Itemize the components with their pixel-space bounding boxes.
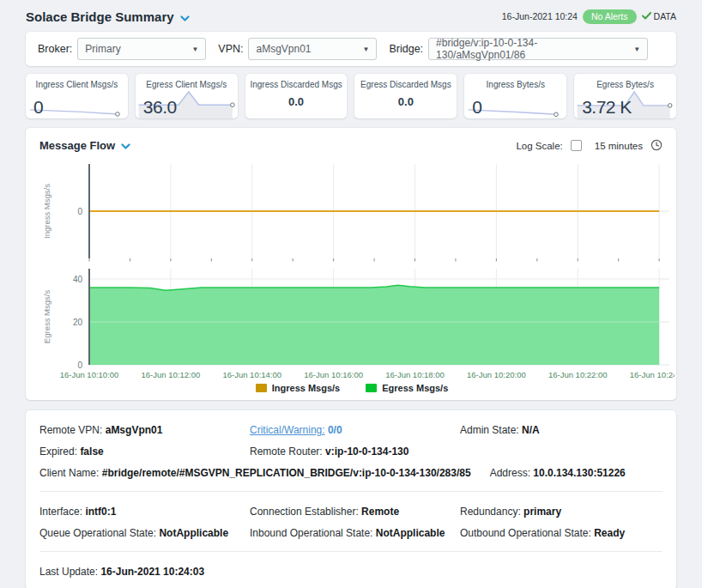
svg-text:Egress Msgs/s: Egress Msgs/s bbox=[42, 290, 51, 344]
detail-row: Queue Operational State: NotApplicable I… bbox=[39, 522, 663, 543]
svg-text:16-Jun 10:16:00: 16-Jun 10:16:00 bbox=[304, 370, 363, 379]
message-flow-card: Message Flow Log Scale: 15 minutes 0Ingr… bbox=[26, 128, 676, 400]
log-scale-label: Log Scale: bbox=[516, 141, 562, 151]
stat-card-ingress-client-msgs[interactable]: Ingress Client Msgs/s 0 bbox=[26, 74, 128, 118]
detail-interface: Interface: intf0:1 bbox=[39, 506, 250, 518]
detail-section-operational: Interface: intf0:1 Connection Establishe… bbox=[39, 491, 663, 551]
stat-value: 0.0 bbox=[245, 95, 348, 108]
check-icon bbox=[642, 11, 651, 21]
message-flow-chart[interactable]: 0Ingress Msgs/s02040Egress Msgs/s16-Jun … bbox=[36, 157, 675, 382]
detail-section-last-update: Last Update: 16-Jun-2021 10:24:03 bbox=[39, 551, 663, 588]
vpn-label: VPN: bbox=[218, 43, 243, 55]
data-status: DATA bbox=[642, 11, 676, 21]
stat-value: 0 bbox=[472, 97, 481, 118]
detail-admin-state: Admin State: N/A bbox=[460, 424, 663, 436]
header-timestamp: 16-Jun-2021 10:24 bbox=[502, 11, 578, 21]
detail-row: Client Name: #bridge/remote/#MSGVPN_REPL… bbox=[39, 462, 663, 483]
chevron-down-icon[interactable] bbox=[180, 10, 190, 25]
clock-icon[interactable] bbox=[651, 139, 663, 153]
legend-item[interactable]: Ingress Msgs/s bbox=[256, 383, 340, 393]
detail-outbound-op-state: Outbound Operational State: Ready bbox=[460, 527, 663, 539]
detail-remote-router: Remote Router: v:ip-10-0-134-130 bbox=[250, 446, 460, 458]
broker-select-value: Primary bbox=[85, 43, 120, 55]
chart-legend: Ingress Msgs/sEgress Msgs/s bbox=[36, 383, 668, 393]
svg-text:20: 20 bbox=[73, 318, 83, 327]
dashboard-page: Solace Bridge Summary 16-Jun-2021 10:24 … bbox=[0, 0, 702, 588]
chart-header: Message Flow Log Scale: 15 minutes bbox=[36, 138, 668, 153]
detail-inbound-op-state: Inbound Operational State: NotApplicable bbox=[250, 527, 460, 539]
legend-label: Egress Msgs/s bbox=[382, 383, 448, 393]
message-flow-title-text: Message Flow bbox=[39, 139, 115, 152]
detail-queue-op-state: Queue Operational State: NotApplicable bbox=[39, 527, 250, 539]
detail-client-name: Client Name: #bridge/remote/#MSGVPN_REPL… bbox=[39, 467, 471, 479]
stat-value: 3.72 K bbox=[582, 97, 632, 118]
message-flow-title[interactable]: Message Flow bbox=[39, 138, 130, 153]
vpn-select[interactable]: aMsgVpn01 ▼ bbox=[248, 38, 377, 60]
dropdown-arrow-icon: ▼ bbox=[363, 45, 370, 53]
log-scale-checkbox[interactable] bbox=[571, 140, 582, 151]
svg-text:16-Jun 10:10:00: 16-Jun 10:10:00 bbox=[60, 370, 119, 379]
stat-card-ingress-bytes[interactable]: Ingress Bytes/s 0 bbox=[464, 74, 566, 118]
time-range-label[interactable]: 15 minutes bbox=[595, 141, 643, 151]
svg-text:40: 40 bbox=[73, 275, 83, 284]
vpn-filter: VPN: aMsgVpn01 ▼ bbox=[218, 38, 377, 60]
legend-item[interactable]: Egress Msgs/s bbox=[366, 383, 448, 393]
stat-card-egress-client-msgs[interactable]: Egress Client Msgs/s 36.0 bbox=[136, 74, 238, 118]
stat-card-egress-discarded-msgs[interactable]: Egress Discarded Msgs 0.0 bbox=[354, 74, 457, 118]
detail-section-remote: Remote VPN: aMsgVpn01 Critical/Warning: … bbox=[39, 410, 663, 491]
broker-filter: Broker: Primary ▼ bbox=[38, 38, 206, 60]
detail-expired: Expired: false bbox=[39, 446, 250, 458]
detail-connection-establisher: Connection Establisher: Remote bbox=[250, 506, 460, 518]
detail-critical-warning-link[interactable]: Critical/Warning: 0/0 bbox=[250, 424, 460, 436]
svg-text:0: 0 bbox=[77, 207, 82, 216]
detail-row: Interface: intf0:1 Connection Establishe… bbox=[39, 500, 663, 522]
svg-text:16-Jun 10:24:00: 16-Jun 10:24:00 bbox=[630, 370, 675, 379]
stat-value: 0.0 bbox=[354, 95, 457, 108]
chevron-down-icon[interactable] bbox=[121, 140, 130, 153]
detail-address: Address: 10.0.134.130:51226 bbox=[490, 467, 626, 479]
bridge-select[interactable]: #bridge/v:ip-10-0-134-130/aMsgVpn01/86 ▼ bbox=[428, 38, 648, 60]
detail-last-update: Last Update: 16-Jun-2021 10:24:03 bbox=[39, 566, 204, 578]
bridge-filter: Bridge: #bridge/v:ip-10-0-134-130/aMsgVp… bbox=[389, 38, 648, 60]
vpn-select-value: aMsgVpn01 bbox=[256, 43, 311, 55]
bridge-details-card: Remote VPN: aMsgVpn01 Critical/Warning: … bbox=[26, 410, 676, 588]
svg-text:16-Jun 10:20:00: 16-Jun 10:20:00 bbox=[467, 370, 526, 379]
legend-label: Ingress Msgs/s bbox=[272, 383, 340, 393]
stat-label: Ingress Discarded Msgs bbox=[245, 80, 348, 89]
svg-text:16-Jun 10:12:00: 16-Jun 10:12:00 bbox=[142, 370, 201, 379]
svg-text:0: 0 bbox=[77, 361, 82, 370]
top-header: Solace Bridge Summary 16-Jun-2021 10:24 … bbox=[26, 7, 676, 26]
svg-text:16-Jun 10:14:00: 16-Jun 10:14:00 bbox=[222, 370, 281, 379]
page-title-text: Solace Bridge Summary bbox=[26, 9, 174, 24]
page-title[interactable]: Solace Bridge Summary bbox=[26, 9, 190, 25]
data-status-label: DATA bbox=[654, 11, 676, 21]
detail-redundancy: Redundancy: primary bbox=[460, 506, 663, 518]
stat-value: 36.0 bbox=[143, 97, 177, 118]
stats-row: Ingress Client Msgs/s 0 Egress Client Ms… bbox=[26, 74, 676, 118]
detail-row: Last Update: 16-Jun-2021 10:24:03 bbox=[39, 561, 663, 582]
svg-text:16-Jun 10:22:00: 16-Jun 10:22:00 bbox=[548, 370, 608, 379]
detail-remote-vpn: Remote VPN: aMsgVpn01 bbox=[39, 424, 250, 436]
bridge-select-value: #bridge/v:ip-10-0-134-130/aMsgVpn01/86 bbox=[436, 37, 626, 61]
stat-card-ingress-discarded-msgs[interactable]: Ingress Discarded Msgs 0.0 bbox=[245, 74, 348, 118]
dropdown-arrow-icon: ▼ bbox=[633, 45, 640, 53]
broker-label: Broker: bbox=[38, 43, 72, 55]
alerts-badge[interactable]: No Alerts bbox=[583, 9, 637, 24]
stat-label: Egress Discarded Msgs bbox=[354, 80, 457, 89]
chart-controls: Log Scale: 15 minutes bbox=[516, 139, 663, 153]
stat-card-egress-bytes[interactable]: Egress Bytes/s 3.72 K bbox=[574, 74, 676, 118]
detail-row: Remote VPN: aMsgVpn01 Critical/Warning: … bbox=[39, 419, 663, 440]
legend-swatch-icon bbox=[256, 384, 267, 392]
dropdown-arrow-icon: ▼ bbox=[191, 45, 198, 53]
header-status: 16-Jun-2021 10:24 No Alerts DATA bbox=[502, 9, 676, 24]
broker-select[interactable]: Primary ▼ bbox=[77, 38, 206, 60]
filter-bar: Broker: Primary ▼ VPN: aMsgVpn01 ▼ Bridg… bbox=[26, 32, 676, 66]
svg-text:16-Jun 10:18:00: 16-Jun 10:18:00 bbox=[385, 370, 445, 379]
detail-row: Expired: false Remote Router: v:ip-10-0-… bbox=[39, 440, 663, 462]
legend-swatch-icon bbox=[366, 384, 377, 392]
bridge-label: Bridge: bbox=[389, 43, 423, 55]
svg-text:Ingress Msgs/s: Ingress Msgs/s bbox=[42, 184, 51, 239]
stat-value: 0 bbox=[33, 97, 43, 118]
